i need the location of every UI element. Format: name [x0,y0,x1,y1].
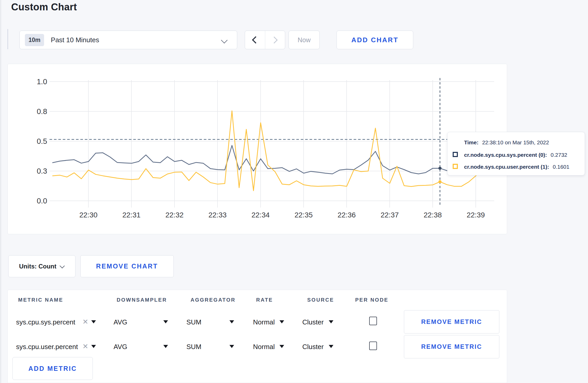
col-header-source: SOURCE [307,297,334,303]
rate-select[interactable]: Normal [253,343,275,351]
source-caret-icon[interactable] [329,320,333,323]
col-header-aggregator: AGGREGATOR [191,297,236,303]
col-header-rate: RATE [256,297,273,303]
add-chart-button[interactable]: ADD CHART [337,31,413,49]
col-header-metric-name: METRIC NAME [18,297,63,303]
x-axis-tick-label: 22:38 [424,211,442,219]
downsampler-select[interactable]: AVG [114,343,127,351]
clear-metric-icon[interactable]: ✕ [82,318,88,326]
series-0-swatch-icon [453,152,458,157]
aggregator-select[interactable]: SUM [186,343,201,351]
units-select[interactable]: Units: Count [8,255,75,277]
source-caret-icon[interactable] [329,345,333,348]
toolbar-divider [8,29,8,49]
series-line-cr.node.sys.cpu.user.percent (1) [53,111,483,191]
per-node-checkbox[interactable] [369,317,377,325]
now-button[interactable]: Now [289,31,320,49]
downsampler-caret-icon[interactable] [163,345,168,348]
aggregator-select[interactable]: SUM [186,318,201,326]
tooltip-series-0-value: 0.2732 [551,152,567,158]
rate-caret-icon[interactable] [279,345,284,348]
metric-name-select[interactable]: sys.cpu.user.percent [16,343,78,351]
series-line-cr.node.sys.cpu.sys.percent (0) [53,145,483,174]
x-axis-tick-label: 22:35 [295,211,313,219]
tooltip-series-1-name: cr.node.sys.cpu.user.percent (1): [464,164,549,170]
x-axis-tick-label: 22:37 [381,211,399,219]
y-axis-tick-label: 0.3 [37,167,47,175]
y-axis-tick-label: 0.8 [37,107,47,116]
aggregator-caret-icon[interactable] [229,345,234,348]
chevron-left-icon [252,36,259,44]
time-range-badge: 10m [25,34,44,46]
source-select[interactable]: Cluster [302,318,324,326]
x-axis-tick-label: 22:34 [251,211,270,219]
series-1-swatch-icon [453,164,458,169]
source-select[interactable]: Cluster [302,343,324,351]
time-step-buttons [245,31,285,49]
tooltip-time-row: Time:22:38:10 on Mar 15th, 2022 [464,139,549,146]
remove-metric-button[interactable]: REMOVE METRIC [404,335,499,358]
step-back-button[interactable] [245,31,265,49]
custom-chart-card[interactable]: 22:3022:3122:3222:3322:3422:3522:3622:37… [8,64,507,234]
x-axis-tick-label: 22:39 [467,211,485,219]
y-axis-tick-label: 1.0 [37,77,47,86]
tooltip-series-0-name: cr.node.sys.cpu.sys.percent (0): [464,152,547,158]
tooltip-series-1-row: cr.node.sys.cpu.user.percent (1):0.1601 [464,164,569,170]
per-node-checkbox[interactable] [369,342,377,350]
downsampler-caret-icon[interactable] [163,320,168,323]
tooltip-series-0-row: cr.node.sys.cpu.sys.percent (0):0.2732 [464,152,567,158]
metric-name-select[interactable]: sys.cpu.sys.percent [16,318,75,326]
rate-caret-icon[interactable] [279,320,284,323]
time-range-picker[interactable]: 10m Past 10 Minutes [19,31,237,49]
aggregator-caret-icon[interactable] [229,320,234,323]
units-label: Units: Count [19,263,57,270]
chevron-down-icon [221,37,227,43]
chart-tooltip: Time:22:38:10 on Mar 15th, 2022 cr.node.… [447,132,585,175]
x-axis-tick-label: 22:33 [208,211,227,219]
chevron-right-icon [271,37,278,44]
col-header-downsampler: DOWNSAMPLER [117,297,167,303]
page-left-edge [1,0,1,383]
clear-metric-icon[interactable]: ✕ [82,342,88,351]
metric-caret-icon[interactable] [91,345,96,348]
custom-chart-page: { "page": { "title": "Custom Chart" }, "… [0,0,588,383]
add-metric-button[interactable]: ADD METRIC [12,357,93,380]
tooltip-time-label: Time: [464,139,479,145]
page-title: Custom Chart [11,2,77,13]
chevron-down-icon [60,263,65,268]
step-forward-button[interactable] [265,31,285,49]
time-range-label: Past 10 Minutes [51,36,99,44]
remove-metric-button[interactable]: REMOVE METRIC [404,310,499,334]
x-axis-tick-label: 22:36 [338,211,356,219]
downsampler-select[interactable]: AVG [114,318,127,326]
rate-select[interactable]: Normal [253,318,275,326]
remove-chart-button[interactable]: REMOVE CHART [80,255,174,277]
col-header-per-node: PER NODE [355,297,388,303]
x-axis-tick-label: 22:32 [165,211,184,219]
chart-svg: 22:3022:3122:3222:3322:3422:3522:3622:37… [8,64,507,235]
tooltip-series-1-value: 0.1601 [553,164,569,170]
y-axis-tick-label: 0.5 [37,137,47,145]
tooltip-time-value: 22:38:10 on Mar 15th, 2022 [482,139,549,145]
x-axis-tick-label: 22:31 [122,211,141,219]
x-axis-tick-label: 22:30 [79,211,97,219]
y-axis-tick-label: 0.0 [37,197,47,205]
metric-caret-icon[interactable] [91,320,96,323]
